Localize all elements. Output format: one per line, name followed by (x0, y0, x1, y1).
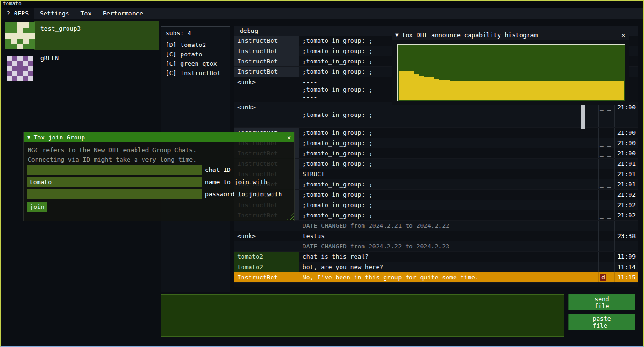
group-item-gREEN[interactable]: gREEN (1, 54, 159, 80)
avatar-pixel (29, 28, 35, 33)
send-file-button[interactable]: send file (568, 294, 635, 310)
histogram-bar (445, 80, 450, 100)
message-text: No, I've been in this group for quite so… (299, 272, 598, 282)
field-label: password to join with (205, 189, 282, 199)
avatar-pixel (23, 33, 29, 39)
group-item-test_group3[interactable]: test_group3 (1, 21, 159, 50)
chat-row[interactable]: <unk>testus_ _23:38 (234, 231, 638, 241)
sender-name: InstructBot (234, 67, 299, 77)
chat-scrollbar-thumb[interactable] (581, 104, 585, 129)
message-text: ;tomato_in_group: ; (299, 159, 598, 169)
member-item[interactable]: [C] potato (161, 49, 230, 58)
histogram-bar (481, 81, 486, 100)
sender-name (234, 241, 299, 251)
histogram-bars (399, 46, 624, 100)
join-field-chat-ID[interactable] (27, 165, 202, 175)
group-avatar (5, 22, 35, 49)
menu-item-performance[interactable]: Performance (97, 8, 149, 19)
field-label: name to join with (205, 177, 267, 187)
histogram-bar (598, 81, 603, 100)
join-dialog-body: NGC refers to the New DHT enabled Group … (24, 142, 294, 221)
timestamp: 11:14 (614, 262, 638, 272)
menu-items: SettingsToxPerformance (34, 8, 149, 19)
avatar-pixel (28, 76, 33, 81)
chat-row[interactable]: InstructBot;tomato_in_group: ;_ _21:00 (234, 148, 638, 159)
histogram-bar (409, 71, 414, 100)
join-field-name-to-join-with[interactable] (27, 177, 202, 187)
avatar-pixel (12, 61, 17, 66)
avatar-pixel (7, 66, 12, 71)
close-icon[interactable]: ✕ (621, 31, 625, 39)
avatar-pixel (7, 71, 12, 76)
avatar-pixel (11, 22, 17, 28)
chat-row[interactable]: InstructBotNo, I've been in this group f… (234, 272, 638, 283)
subs-count-header: subs: 4 (161, 27, 230, 39)
member-item[interactable]: [D] tomato2 (161, 39, 230, 49)
avatar-pixel (28, 71, 33, 76)
chat-row[interactable]: tomato2chat is this real?_ _11:09 (234, 252, 638, 262)
chat-row[interactable]: InstructBot;tomato_in_group: ;_ _21:00 (234, 128, 638, 138)
receipt-marks (598, 221, 614, 231)
message-text: DATE CHANGED from 2024.2.22 to 2024.2.23 (299, 241, 598, 251)
avatar-pixel (17, 28, 23, 33)
histogram-bar (547, 81, 552, 100)
receipt-marks: _ _ (598, 128, 614, 138)
menu-item-tox[interactable]: Tox (75, 8, 97, 19)
chat-row[interactable]: InstructBot;tomato_in_group: ;_ _21:01 (234, 159, 638, 169)
avatar-pixel (17, 44, 23, 49)
sender-name: <unk> (234, 77, 299, 102)
chat-row[interactable]: InstructBot;tomato_in_group: ;_ _21:01 (234, 179, 638, 190)
collapse-arrow-icon[interactable]: ▼ (395, 32, 399, 38)
menu-item-settings[interactable]: Settings (34, 8, 75, 19)
timestamp: 21:00 (614, 138, 638, 148)
resize-grip[interactable] (287, 213, 294, 220)
field-label: chat ID (205, 165, 231, 175)
chat-row[interactable]: InstructBot;tomato_in_group: ;_ _21:02 (234, 200, 638, 210)
join-group-dialog: ▼ Tox join Group ✕ NGC refers to the New… (23, 132, 295, 221)
avatar-pixel (5, 44, 11, 49)
avatar-pixel (23, 44, 29, 49)
histogram-bar (429, 77, 434, 100)
paste-file-button[interactable]: paste file (568, 314, 635, 330)
chat-row[interactable]: InstructBot;tomato_in_group: ;_ _21:02 (234, 210, 638, 221)
member-item[interactable]: [C] green_qtox (161, 58, 230, 68)
receipt-marks (598, 241, 614, 251)
chat-row[interactable]: DATE CHANGED from 2024.2.22 to 2024.2.23 (234, 241, 638, 252)
title-bar: tomato (0, 0, 644, 8)
sender-name: InstructBot (234, 272, 299, 282)
join-field-password-to-join-with[interactable] (27, 189, 202, 199)
chat-row[interactable]: InstructBotSTRUCT_ _21:01 (234, 169, 638, 179)
avatar-pixel (23, 66, 28, 71)
histogram-bar (593, 81, 598, 100)
join-dialog-titlebar: ▼ Tox join Group ✕ (24, 132, 294, 142)
join-button[interactable]: join (27, 202, 47, 212)
receipt-marks: _ _ (598, 159, 614, 169)
avatar-pixel (17, 39, 23, 44)
histogram-bar (460, 81, 465, 100)
histogram-bar (603, 81, 608, 100)
histogram-bar (542, 81, 547, 100)
histogram-bar (619, 81, 624, 100)
chat-row[interactable]: InstructBot;tomato_in_group: ;_ _21:00 (234, 138, 638, 148)
close-icon[interactable]: ✕ (287, 134, 291, 141)
histogram-bar (439, 80, 445, 100)
avatar-pixel (28, 66, 33, 71)
histogram-bar (522, 81, 527, 100)
chat-row[interactable]: InstructBot;tomato_in_group: ;_ _21:02 (234, 190, 638, 200)
histogram-bar (511, 81, 516, 100)
member-item[interactable]: [C] InstructBot (161, 68, 230, 77)
group-avatar (7, 56, 33, 81)
avatar-pixel (5, 39, 11, 44)
avatar-pixel (7, 56, 12, 61)
message-text: ;tomato_in_group: ; (299, 200, 598, 210)
chat-row[interactable]: DATE CHANGED from 2024.2.21 to 2024.2.22 (234, 221, 638, 231)
timestamp (614, 221, 638, 231)
message-input[interactable] (161, 294, 564, 337)
sender-name: <unk> (234, 231, 299, 241)
collapse-arrow-icon[interactable]: ▼ (27, 134, 30, 140)
chat-row[interactable]: tomato2bot, are you new here?_ _11:14 (234, 262, 638, 272)
receipt-marks: _ _ (598, 200, 614, 210)
chat-row[interactable]: <unk>---- ;tomato_in_group: ; ----_ _21:… (234, 102, 638, 128)
histogram-bar (557, 81, 562, 100)
histogram-bar (455, 81, 460, 100)
